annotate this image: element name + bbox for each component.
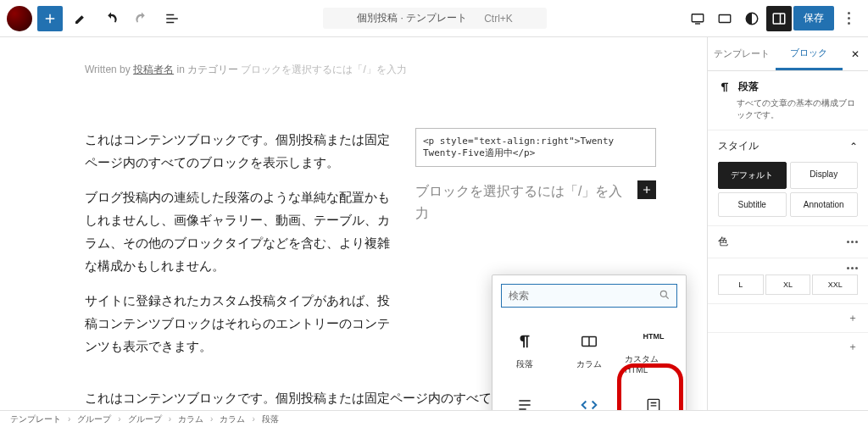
breadcrumb-item[interactable]: 段落 bbox=[262, 413, 279, 425]
size-xl[interactable]: XL bbox=[765, 274, 811, 295]
style-default[interactable]: デフォルト bbox=[718, 162, 787, 189]
block-item-code[interactable]: コード bbox=[557, 383, 621, 410]
style-section-header[interactable]: スタイル ⌃ bbox=[718, 139, 858, 153]
paragraph-icon bbox=[718, 80, 732, 94]
content-icon bbox=[515, 395, 535, 410]
style-annotation[interactable]: Annotation bbox=[790, 192, 859, 217]
size-l[interactable]: L bbox=[718, 274, 764, 295]
add-control-button[interactable]: ＋ bbox=[708, 332, 868, 361]
more-icon[interactable] bbox=[847, 241, 858, 243]
svg-rect-5 bbox=[648, 399, 659, 410]
view-desktop-button[interactable] bbox=[685, 6, 710, 31]
add-control-button[interactable]: ＋ bbox=[708, 303, 868, 332]
undo-button[interactable] bbox=[98, 6, 124, 31]
tab-template[interactable]: テンプレート bbox=[708, 39, 776, 69]
latest-posts-icon bbox=[643, 395, 664, 410]
content-paragraph[interactable]: ブログ投稿内の連続した段落のような単純な配置かもしれませんし、画像ギャラリー、動… bbox=[85, 186, 390, 277]
breadcrumb-item[interactable]: カラム bbox=[220, 413, 245, 425]
breadcrumb-item[interactable]: カラム bbox=[178, 413, 203, 425]
command-center[interactable]: 個別投稿 · テンプレート Ctrl+K bbox=[323, 8, 547, 29]
document-overview-button[interactable] bbox=[159, 6, 185, 31]
style-subtitle[interactable]: Subtitle bbox=[718, 192, 787, 217]
author-link[interactable]: 投稿者名 bbox=[133, 64, 174, 75]
fullscreen-button[interactable] bbox=[712, 6, 737, 31]
breadcrumb-item[interactable]: グループ bbox=[77, 413, 111, 425]
save-button[interactable]: 保存 bbox=[793, 6, 834, 30]
settings-sidebar-button[interactable] bbox=[766, 6, 792, 31]
styles-button[interactable] bbox=[739, 6, 765, 31]
svg-rect-1 bbox=[719, 14, 731, 22]
block-item-html[interactable]: HTML カスタム HTML bbox=[621, 314, 686, 383]
more-icon[interactable] bbox=[847, 267, 858, 269]
add-block-button[interactable] bbox=[37, 6, 63, 31]
chevron-up-icon: ⌃ bbox=[849, 141, 858, 152]
current-block-desc: すべての文章の基本の構成ブロックです。 bbox=[737, 97, 858, 121]
code-icon bbox=[579, 395, 599, 410]
svg-point-3 bbox=[660, 291, 666, 297]
content-paragraph[interactable]: サイトに登録されたカスタム投稿タイプがあれば、投稿コンテンツブロックはそれらのエ… bbox=[85, 289, 390, 358]
tab-block[interactable]: ブロック bbox=[776, 38, 843, 70]
html-code-block[interactable]: <p style="text-align:right">Twenty Twent… bbox=[415, 128, 656, 167]
center-title: 個別投稿 · テンプレート bbox=[357, 11, 467, 25]
site-logo[interactable] bbox=[7, 6, 32, 31]
edit-mode-button[interactable] bbox=[68, 6, 93, 31]
breadcrumb-item[interactable]: テンプレート bbox=[10, 413, 61, 425]
html-icon: HTML bbox=[643, 326, 664, 347]
block-item-columns[interactable]: カラム bbox=[557, 314, 621, 383]
post-byline: Written by 投稿者名 in カテゴリー ブロックを選択するには「/」を… bbox=[85, 63, 656, 77]
svg-rect-2 bbox=[773, 14, 785, 24]
block-search-input[interactable] bbox=[501, 284, 677, 308]
block-item-paragraph[interactable]: 段落 bbox=[492, 314, 557, 383]
breadcrumb: テンプレート› グループ› グループ› カラム› カラム› 段落 bbox=[0, 410, 868, 427]
inline-inserter-button[interactable] bbox=[637, 180, 656, 199]
more-options-button[interactable] bbox=[836, 6, 861, 31]
size-xxl[interactable]: XXL bbox=[812, 274, 858, 295]
empty-block-placeholder[interactable]: ブロックを選択するには「/」を入力 bbox=[415, 180, 632, 224]
redo-button[interactable] bbox=[129, 6, 154, 31]
content-paragraph[interactable]: これはコンテンツブロックです。個別投稿または固定ページ内のすべてのブロックを表示… bbox=[85, 128, 390, 174]
close-sidebar-button[interactable]: ✕ bbox=[843, 48, 868, 60]
svg-rect-0 bbox=[692, 14, 704, 21]
breadcrumb-item[interactable]: グループ bbox=[128, 413, 162, 425]
block-item-latest-posts[interactable]: 最新の投稿 bbox=[621, 383, 686, 410]
columns-icon bbox=[579, 331, 599, 352]
center-shortcut: Ctrl+K bbox=[484, 13, 513, 25]
style-display[interactable]: Display bbox=[790, 162, 859, 189]
current-block-title: 段落 bbox=[718, 80, 858, 94]
block-item-content[interactable]: コンテンツ bbox=[492, 383, 557, 410]
search-icon bbox=[659, 289, 670, 303]
block-inserter-popover: 段落 カラム HTML カスタム HTML コンテンツ コード bbox=[492, 274, 687, 410]
paragraph-icon bbox=[515, 331, 535, 352]
color-section-header[interactable]: 色 bbox=[718, 235, 858, 249]
